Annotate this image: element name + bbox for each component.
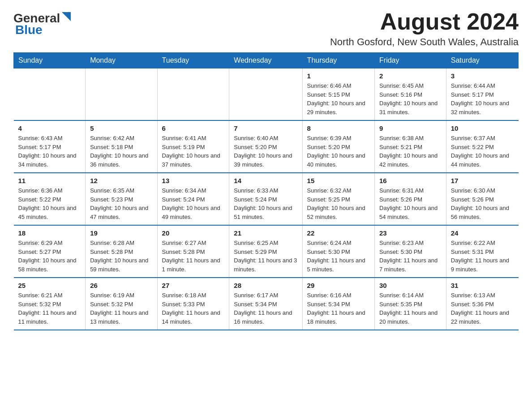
calendar-day-cell: 8Sunrise: 6:39 AMSunset: 5:20 PMDaylight… [302, 120, 374, 173]
day-number: 25 [18, 282, 81, 289]
calendar-day-cell [14, 68, 86, 121]
day-info: Sunrise: 6:25 AMSunset: 5:29 PMDaylight:… [234, 239, 297, 274]
logo: General Blue [13, 11, 71, 37]
calendar-header-wednesday: Wednesday [229, 53, 302, 68]
calendar-day-cell [86, 68, 157, 121]
day-number: 28 [234, 282, 297, 289]
day-info: Sunrise: 6:43 AMSunset: 5:17 PMDaylight:… [18, 134, 81, 169]
calendar-day-cell: 17Sunrise: 6:30 AMSunset: 5:26 PMDayligh… [446, 173, 518, 225]
page-header: General Blue August 2024 North Gosford, … [13, 9, 519, 48]
calendar-day-cell: 10Sunrise: 6:37 AMSunset: 5:22 PMDayligh… [446, 120, 518, 173]
calendar-week-row: 25Sunrise: 6:21 AMSunset: 5:32 PMDayligh… [14, 278, 519, 330]
day-info: Sunrise: 6:46 AMSunset: 5:15 PMDaylight:… [307, 81, 370, 116]
day-info: Sunrise: 6:30 AMSunset: 5:26 PMDaylight:… [451, 186, 514, 221]
calendar-header-tuesday: Tuesday [157, 53, 229, 68]
day-info: Sunrise: 6:32 AMSunset: 5:25 PMDaylight:… [307, 186, 370, 221]
day-number: 5 [90, 124, 152, 132]
day-info: Sunrise: 6:37 AMSunset: 5:22 PMDaylight:… [451, 134, 514, 169]
day-number: 14 [234, 177, 297, 184]
calendar-day-cell: 1Sunrise: 6:46 AMSunset: 5:15 PMDaylight… [302, 68, 374, 121]
calendar-day-cell: 22Sunrise: 6:24 AMSunset: 5:30 PMDayligh… [302, 225, 374, 278]
calendar-day-cell [157, 68, 229, 121]
day-number: 8 [307, 124, 370, 132]
day-info: Sunrise: 6:35 AMSunset: 5:23 PMDaylight:… [90, 186, 152, 221]
day-number: 4 [18, 124, 81, 132]
calendar-day-cell: 12Sunrise: 6:35 AMSunset: 5:23 PMDayligh… [86, 173, 157, 225]
calendar-day-cell: 11Sunrise: 6:36 AMSunset: 5:22 PMDayligh… [14, 173, 86, 225]
day-number: 16 [379, 177, 442, 184]
calendar-day-cell: 20Sunrise: 6:27 AMSunset: 5:28 PMDayligh… [157, 225, 229, 278]
day-number: 9 [379, 124, 442, 132]
location-title: North Gosford, New South Wales, Australi… [330, 36, 519, 48]
calendar-header-thursday: Thursday [302, 53, 374, 68]
day-info: Sunrise: 6:19 AMSunset: 5:32 PMDaylight:… [90, 291, 152, 326]
calendar-day-cell [229, 68, 302, 121]
day-info: Sunrise: 6:23 AMSunset: 5:30 PMDaylight:… [379, 239, 442, 274]
calendar-day-cell: 4Sunrise: 6:43 AMSunset: 5:17 PMDaylight… [14, 120, 86, 173]
day-info: Sunrise: 6:29 AMSunset: 5:27 PMDaylight:… [18, 239, 81, 274]
calendar-day-cell: 2Sunrise: 6:45 AMSunset: 5:16 PMDaylight… [375, 68, 446, 121]
day-number: 7 [234, 124, 297, 132]
day-info: Sunrise: 6:31 AMSunset: 5:26 PMDaylight:… [379, 186, 442, 221]
calendar-day-cell: 29Sunrise: 6:16 AMSunset: 5:34 PMDayligh… [302, 278, 374, 330]
day-number: 10 [451, 124, 514, 132]
calendar-day-cell: 26Sunrise: 6:19 AMSunset: 5:32 PMDayligh… [86, 278, 157, 330]
calendar-day-cell: 31Sunrise: 6:13 AMSunset: 5:36 PMDayligh… [446, 278, 518, 330]
day-number: 1 [307, 72, 370, 80]
calendar-day-cell: 18Sunrise: 6:29 AMSunset: 5:27 PMDayligh… [14, 225, 86, 278]
title-section: August 2024 North Gosford, New South Wal… [330, 9, 519, 48]
day-info: Sunrise: 6:21 AMSunset: 5:32 PMDaylight:… [18, 291, 81, 326]
day-number: 17 [451, 177, 514, 184]
day-number: 11 [18, 177, 81, 184]
day-number: 18 [18, 229, 81, 237]
calendar-week-row: 4Sunrise: 6:43 AMSunset: 5:17 PMDaylight… [14, 120, 519, 173]
calendar-day-cell: 16Sunrise: 6:31 AMSunset: 5:26 PMDayligh… [375, 173, 446, 225]
calendar-header-row: SundayMondayTuesdayWednesdayThursdayFrid… [14, 53, 519, 68]
calendar-day-cell: 21Sunrise: 6:25 AMSunset: 5:29 PMDayligh… [229, 225, 302, 278]
calendar-week-row: 18Sunrise: 6:29 AMSunset: 5:27 PMDayligh… [14, 225, 519, 278]
day-info: Sunrise: 6:45 AMSunset: 5:16 PMDaylight:… [379, 81, 442, 116]
day-number: 27 [162, 282, 225, 289]
day-number: 24 [451, 229, 514, 237]
day-info: Sunrise: 6:24 AMSunset: 5:30 PMDaylight:… [307, 239, 370, 274]
day-number: 15 [307, 177, 370, 184]
day-number: 20 [162, 229, 225, 237]
calendar-day-cell: 25Sunrise: 6:21 AMSunset: 5:32 PMDayligh… [14, 278, 86, 330]
day-number: 2 [379, 72, 442, 80]
calendar-week-row: 11Sunrise: 6:36 AMSunset: 5:22 PMDayligh… [14, 173, 519, 225]
day-number: 13 [162, 177, 225, 184]
calendar-day-cell: 23Sunrise: 6:23 AMSunset: 5:30 PMDayligh… [375, 225, 446, 278]
calendar-day-cell: 3Sunrise: 6:44 AMSunset: 5:17 PMDaylight… [446, 68, 518, 121]
day-number: 31 [451, 282, 514, 289]
day-number: 21 [234, 229, 297, 237]
day-number: 26 [90, 282, 152, 289]
day-info: Sunrise: 6:14 AMSunset: 5:35 PMDaylight:… [379, 291, 442, 326]
month-title: August 2024 [330, 9, 519, 34]
day-info: Sunrise: 6:28 AMSunset: 5:28 PMDaylight:… [90, 239, 152, 274]
day-number: 23 [379, 229, 442, 237]
day-number: 3 [451, 72, 514, 80]
calendar-day-cell: 5Sunrise: 6:42 AMSunset: 5:18 PMDaylight… [86, 120, 157, 173]
svg-marker-0 [62, 12, 71, 21]
day-info: Sunrise: 6:17 AMSunset: 5:34 PMDaylight:… [234, 291, 297, 326]
calendar-header-saturday: Saturday [446, 53, 518, 68]
logo-arrow-icon [62, 12, 71, 21]
day-info: Sunrise: 6:13 AMSunset: 5:36 PMDaylight:… [451, 291, 514, 326]
calendar-day-cell: 28Sunrise: 6:17 AMSunset: 5:34 PMDayligh… [229, 278, 302, 330]
day-info: Sunrise: 6:41 AMSunset: 5:19 PMDaylight:… [162, 134, 225, 169]
logo-blue-text: Blue [15, 23, 43, 37]
day-number: 30 [379, 282, 442, 289]
day-info: Sunrise: 6:27 AMSunset: 5:28 PMDaylight:… [162, 239, 225, 274]
day-info: Sunrise: 6:38 AMSunset: 5:21 PMDaylight:… [379, 134, 442, 169]
calendar-day-cell: 7Sunrise: 6:40 AMSunset: 5:20 PMDaylight… [229, 120, 302, 173]
day-info: Sunrise: 6:42 AMSunset: 5:18 PMDaylight:… [90, 134, 152, 169]
day-number: 12 [90, 177, 152, 184]
day-number: 6 [162, 124, 225, 132]
calendar-day-cell: 19Sunrise: 6:28 AMSunset: 5:28 PMDayligh… [86, 225, 157, 278]
calendar-header-monday: Monday [86, 53, 157, 68]
calendar-table: SundayMondayTuesdayWednesdayThursdayFrid… [13, 52, 519, 330]
calendar-header-sunday: Sunday [14, 53, 86, 68]
day-info: Sunrise: 6:18 AMSunset: 5:33 PMDaylight:… [162, 291, 225, 326]
calendar-day-cell: 30Sunrise: 6:14 AMSunset: 5:35 PMDayligh… [375, 278, 446, 330]
day-info: Sunrise: 6:44 AMSunset: 5:17 PMDaylight:… [451, 81, 514, 116]
